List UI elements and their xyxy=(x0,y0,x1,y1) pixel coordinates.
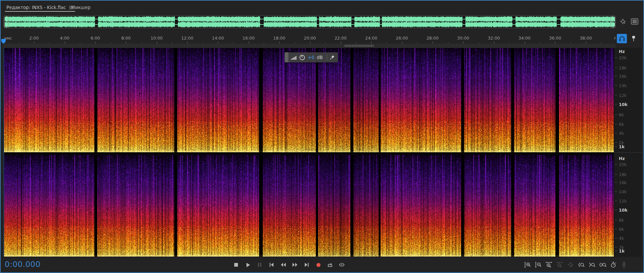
zoom-out-vertical-button[interactable] xyxy=(534,261,542,269)
zoom-in-point-icon xyxy=(578,262,585,268)
freq-tick-label: 14k xyxy=(619,189,627,194)
zoom-out-point-icon xyxy=(589,262,595,268)
freq-tick xyxy=(615,57,617,58)
skip-start-icon xyxy=(269,262,274,267)
zoom-selection-button[interactable] xyxy=(599,261,606,269)
stopwatch-icon xyxy=(610,262,616,268)
zoom-in-point-button[interactable] xyxy=(577,261,585,269)
zoom-vertical-alt-icon xyxy=(621,262,627,268)
spectrogram-right-channel[interactable] xyxy=(4,155,614,257)
freq-tick-label: 8k xyxy=(619,112,624,117)
panel-tab-bar: Редактор: INXS - Kick.flac Микшер xyxy=(1,1,643,13)
volume-levels-icon xyxy=(291,55,297,60)
overview-waveform[interactable] xyxy=(5,16,615,28)
freq-tick-label: 20k xyxy=(619,55,627,60)
pause-button xyxy=(256,261,263,269)
ruler-time-label: 24:00 xyxy=(365,36,377,41)
gain-unit: dB xyxy=(317,55,323,60)
freq-tick xyxy=(615,164,617,165)
record-button[interactable] xyxy=(314,261,322,269)
freq-tick-label: 10k xyxy=(619,207,628,212)
overview-right-handle[interactable] xyxy=(611,16,615,28)
overview-zoom-reset-button xyxy=(618,17,627,25)
marker-icon xyxy=(631,36,636,42)
freq-tick xyxy=(615,251,617,251)
freq-tick xyxy=(615,210,617,210)
loop-playback-button[interactable] xyxy=(326,261,334,269)
freq-tick xyxy=(615,124,617,124)
freq-tick-label: 16k xyxy=(619,180,627,185)
zoom-out-point-button[interactable] xyxy=(588,261,596,269)
zoom-reset-icon xyxy=(619,18,627,25)
axis-channel-separator xyxy=(614,152,643,153)
ruler-time-label: 14:00 xyxy=(212,36,224,41)
stop-button[interactable] xyxy=(232,261,240,269)
freq-tick-label: 6k xyxy=(619,227,624,232)
channel-gap xyxy=(4,152,614,155)
ruler-time-label: 38:00 xyxy=(580,36,592,41)
spectrogram-left-channel[interactable] xyxy=(4,48,614,152)
frequency-axis[interactable]: Hz20k18k16k14k12k10k8k6k4k2k1kHz20k18k16… xyxy=(614,48,643,257)
freq-tick xyxy=(615,143,617,143)
loop-icon xyxy=(327,262,333,268)
freq-tick-label: 1k xyxy=(619,249,625,254)
freq-tick-label: 16k xyxy=(619,73,627,78)
freq-unit-label: Hz xyxy=(619,49,625,54)
play-icon xyxy=(245,262,251,268)
zoom-reset-icon xyxy=(567,262,574,268)
timer-button[interactable] xyxy=(609,261,617,269)
status-bar: 0:00.000 xyxy=(1,257,643,273)
tab-editor-label: Редактор: INXS - Kick.flac xyxy=(6,5,66,10)
vertical-zoom-strip[interactable] xyxy=(642,48,643,257)
audio-editor-window: Редактор: INXS - Kick.flac Микшер чмс 2:… xyxy=(0,0,644,273)
freq-tick-label: 10k xyxy=(619,102,628,107)
overview-left-handle[interactable] xyxy=(4,16,8,28)
ruler-time-label: 12:00 xyxy=(181,36,193,41)
playhead-time-display[interactable]: 0:00.000 xyxy=(5,260,41,269)
freq-tick xyxy=(615,182,617,182)
ruler-time-label: 8:00 xyxy=(121,36,131,41)
tab-editor[interactable]: Редактор: INXS - Kick.flac xyxy=(5,2,75,12)
freq-tick-label: 18k xyxy=(619,172,627,177)
freq-tick xyxy=(615,238,617,238)
ruler-time-label: 32:00 xyxy=(488,36,500,41)
ruler-time-label: 6:00 xyxy=(91,36,100,41)
ruler-time-label: 10:00 xyxy=(151,36,163,41)
hud-pin-button[interactable] xyxy=(330,55,335,60)
gain-hud[interactable]: +0 dB xyxy=(285,52,338,62)
zoom-out-horizontal-button xyxy=(556,261,563,269)
playhead-marker-button[interactable] xyxy=(629,34,638,43)
playhead-line xyxy=(4,48,4,257)
editor-panel-menu-button[interactable] xyxy=(630,17,639,25)
freq-tick-label: 8k xyxy=(619,217,624,222)
skip-to-end-button[interactable] xyxy=(303,261,310,269)
overview-strip[interactable] xyxy=(3,15,616,28)
ruler-right-buttons xyxy=(617,34,638,43)
ruler-time-label: 2:00 xyxy=(29,36,39,41)
play-button[interactable] xyxy=(244,261,252,269)
volume-knob-icon[interactable] xyxy=(299,54,305,61)
rewind-button[interactable] xyxy=(279,261,287,269)
hud-drag-handle[interactable] xyxy=(285,52,288,62)
ruler-time-label: 26:00 xyxy=(396,36,408,41)
ruler-time-label: 18:00 xyxy=(273,36,285,41)
time-ruler[interactable]: чмс 2:004:006:008:0010:0012:0014:0016:00… xyxy=(3,34,615,44)
zoom-in-vertical-button[interactable] xyxy=(524,261,531,269)
skip-selection-button[interactable] xyxy=(338,261,346,269)
divider-drag-handle[interactable] xyxy=(344,45,374,47)
freq-tick-label: 6k xyxy=(619,122,624,127)
fast-forward-icon xyxy=(292,262,298,267)
skip-end-icon xyxy=(304,262,309,267)
ruler-time-label: 16:00 xyxy=(243,36,255,41)
skip-to-start-button[interactable] xyxy=(267,261,275,269)
freq-tick xyxy=(615,68,617,68)
monitor-headphones-button[interactable] xyxy=(617,34,627,43)
tab-mixer[interactable]: Микшер xyxy=(70,2,92,12)
fast-forward-button[interactable] xyxy=(291,261,299,269)
freq-tick xyxy=(615,146,617,147)
tab-mixer-label: Микшер xyxy=(71,5,91,10)
freq-tick xyxy=(615,115,617,115)
ruler-time-label: 36:00 xyxy=(549,36,561,41)
zoom-in-horizontal-button[interactable] xyxy=(545,261,553,269)
gain-value[interactable]: +0 xyxy=(308,55,314,60)
